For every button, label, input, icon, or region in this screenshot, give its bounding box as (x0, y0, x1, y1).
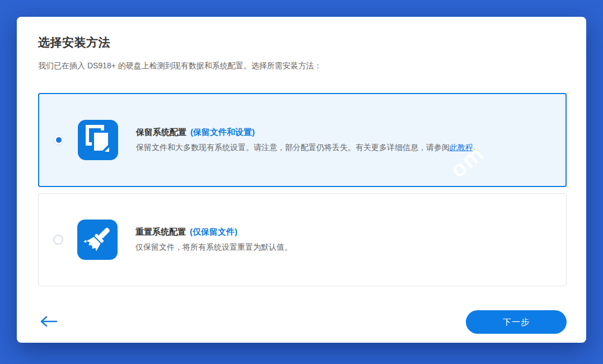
install-options: 保留系统配置(保留文件和设置) 保留文件和大多数现有系统设置。请注意，部分配置仍… (38, 93, 567, 286)
arrow-left-icon (39, 316, 58, 329)
option-title: 保留系统配置 (136, 127, 186, 137)
option-description: 保留文件和大多数现有系统设置。请注意，部分配置仍将丢失。有关更多详细信息，请参阅… (136, 143, 481, 153)
option-card-keep-config[interactable]: 保留系统配置(保留文件和设置) 保留文件和大多数现有系统设置。请注意，部分配置仍… (38, 93, 567, 187)
option-text-reset-config: 重置系统配置(仅保留文件) 仅保留文件，将所有系统设置重置为默认值。 (135, 227, 292, 253)
option-card-reset-config[interactable]: 重置系统配置(仅保留文件) 仅保留文件，将所有系统设置重置为默认值。 (38, 193, 567, 286)
option-hint: (仅保留文件) (190, 227, 237, 236)
option-text-keep-config: 保留系统配置(保留文件和设置) 保留文件和大多数现有系统设置。请注意，部分配置仍… (136, 127, 481, 153)
installer-dialog: 选择安装方法 我们已在插入 DS918+ 的硬盘上检测到现有数据和系统配置。选择… (17, 17, 586, 343)
next-button[interactable]: 下一步 (466, 310, 567, 334)
wizard-footer: 下一步 (38, 310, 567, 334)
page-subtitle: 我们已在插入 DS918+ 的硬盘上检测到现有数据和系统配置。选择所需安装方法： (38, 61, 567, 71)
back-button[interactable] (38, 314, 59, 331)
copy-pages-icon (78, 120, 118, 160)
radio-reset-config[interactable] (53, 235, 63, 245)
option-title: 重置系统配置 (135, 227, 186, 236)
broom-icon (77, 220, 118, 260)
option-description: 仅保留文件，将所有系统设置重置为默认值。 (135, 242, 292, 253)
option-hint: (保留文件和设置) (190, 127, 255, 137)
tutorial-link[interactable]: 此教程 (450, 143, 473, 152)
radio-keep-config[interactable] (54, 135, 64, 145)
page-title: 选择安装方法 (38, 35, 567, 50)
